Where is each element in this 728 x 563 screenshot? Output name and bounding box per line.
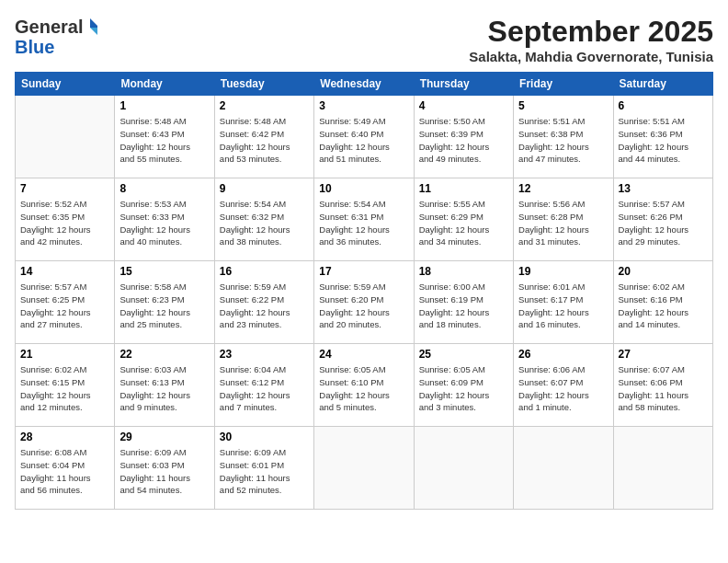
day-info: Sunrise: 5:54 AM Sunset: 6:32 PM Dayligh…	[220, 198, 309, 248]
calendar-week-row: 28Sunrise: 6:08 AM Sunset: 6:04 PM Dayli…	[16, 427, 713, 510]
day-info: Sunrise: 6:07 AM Sunset: 6:06 PM Dayligh…	[619, 363, 708, 414]
day-info: Sunrise: 6:01 AM Sunset: 6:17 PM Dayligh…	[518, 281, 608, 331]
day-info: Sunrise: 5:48 AM Sunset: 6:42 PM Dayligh…	[220, 115, 309, 166]
day-number: 24	[319, 348, 408, 361]
weekday-header: Monday	[115, 73, 214, 96]
day-number: 19	[518, 265, 608, 278]
location-title: Salakta, Mahdia Governorate, Tunisia	[469, 49, 713, 64]
day-number: 9	[220, 182, 309, 195]
day-number: 23	[220, 348, 309, 361]
day-number: 10	[319, 182, 408, 195]
calendar-cell: 23Sunrise: 6:04 AM Sunset: 6:12 PM Dayli…	[214, 344, 313, 427]
day-info: Sunrise: 6:06 AM Sunset: 6:07 PM Dayligh…	[518, 363, 608, 414]
calendar-table: SundayMondayTuesdayWednesdayThursdayFrid…	[15, 72, 713, 510]
calendar-cell	[514, 427, 613, 510]
day-info: Sunrise: 6:05 AM Sunset: 6:09 PM Dayligh…	[419, 363, 508, 414]
day-info: Sunrise: 5:53 AM Sunset: 6:33 PM Dayligh…	[119, 198, 209, 248]
day-number: 14	[20, 265, 109, 278]
day-number: 2	[220, 99, 309, 112]
calendar-cell: 15Sunrise: 5:58 AM Sunset: 6:23 PM Dayli…	[115, 261, 214, 344]
day-info: Sunrise: 6:09 AM Sunset: 6:03 PM Dayligh…	[119, 446, 209, 497]
calendar-cell	[414, 427, 513, 510]
calendar-week-row: 1Sunrise: 5:48 AM Sunset: 6:43 PM Daylig…	[16, 96, 713, 178]
day-number: 25	[419, 348, 508, 361]
calendar-cell: 2Sunrise: 5:48 AM Sunset: 6:42 PM Daylig…	[214, 96, 313, 178]
calendar-cell: 1Sunrise: 5:48 AM Sunset: 6:43 PM Daylig…	[115, 96, 214, 178]
day-number: 8	[119, 182, 209, 195]
svg-text:General: General	[15, 17, 83, 37]
day-number: 18	[419, 265, 508, 278]
weekday-header: Tuesday	[214, 73, 313, 96]
calendar-cell: 8Sunrise: 5:53 AM Sunset: 6:33 PM Daylig…	[115, 178, 214, 261]
day-info: Sunrise: 5:51 AM Sunset: 6:36 PM Dayligh…	[619, 115, 708, 166]
calendar-cell: 30Sunrise: 6:09 AM Sunset: 6:01 PM Dayli…	[214, 427, 313, 510]
svg-marker-2	[90, 18, 97, 28]
day-number: 29	[119, 431, 209, 443]
day-info: Sunrise: 5:52 AM Sunset: 6:35 PM Dayligh…	[20, 198, 109, 248]
day-info: Sunrise: 6:09 AM Sunset: 6:01 PM Dayligh…	[220, 446, 309, 497]
calendar-cell: 16Sunrise: 5:59 AM Sunset: 6:22 PM Dayli…	[214, 261, 313, 344]
weekday-header: Wednesday	[314, 73, 414, 96]
day-info: Sunrise: 5:51 AM Sunset: 6:38 PM Dayligh…	[518, 115, 608, 166]
day-info: Sunrise: 5:49 AM Sunset: 6:40 PM Dayligh…	[319, 115, 408, 166]
calendar-cell: 18Sunrise: 6:00 AM Sunset: 6:19 PM Dayli…	[414, 261, 513, 344]
day-number: 5	[518, 99, 608, 112]
day-number: 12	[518, 182, 608, 195]
weekday-header: Saturday	[613, 73, 712, 96]
day-number: 22	[119, 348, 209, 361]
day-number: 27	[619, 348, 708, 361]
svg-marker-3	[90, 28, 97, 37]
calendar-cell: 5Sunrise: 5:51 AM Sunset: 6:38 PM Daylig…	[514, 96, 613, 178]
day-number: 30	[220, 431, 309, 443]
calendar-week-row: 21Sunrise: 6:02 AM Sunset: 6:15 PM Dayli…	[16, 344, 713, 427]
calendar-cell: 12Sunrise: 5:56 AM Sunset: 6:28 PM Dayli…	[514, 178, 613, 261]
day-number: 20	[619, 265, 708, 278]
weekday-header: Thursday	[414, 73, 513, 96]
calendar-cell: 10Sunrise: 5:54 AM Sunset: 6:31 PM Dayli…	[314, 178, 414, 261]
calendar-cell: 20Sunrise: 6:02 AM Sunset: 6:16 PM Dayli…	[613, 261, 712, 344]
calendar-cell: 27Sunrise: 6:07 AM Sunset: 6:06 PM Dayli…	[613, 344, 712, 427]
calendar-cell: 21Sunrise: 6:02 AM Sunset: 6:15 PM Dayli…	[16, 344, 115, 427]
day-info: Sunrise: 6:04 AM Sunset: 6:12 PM Dayligh…	[220, 363, 309, 414]
day-info: Sunrise: 6:03 AM Sunset: 6:13 PM Dayligh…	[119, 363, 209, 414]
calendar-cell: 17Sunrise: 5:59 AM Sunset: 6:20 PM Dayli…	[314, 261, 414, 344]
day-info: Sunrise: 6:00 AM Sunset: 6:19 PM Dayligh…	[419, 281, 508, 331]
day-number: 1	[119, 99, 209, 112]
day-info: Sunrise: 6:02 AM Sunset: 6:16 PM Dayligh…	[619, 281, 708, 331]
day-number: 7	[20, 182, 109, 195]
calendar-cell: 3Sunrise: 5:49 AM Sunset: 6:40 PM Daylig…	[314, 96, 414, 178]
day-info: Sunrise: 6:02 AM Sunset: 6:15 PM Dayligh…	[20, 363, 109, 414]
calendar-cell: 26Sunrise: 6:06 AM Sunset: 6:07 PM Dayli…	[514, 344, 613, 427]
day-info: Sunrise: 5:56 AM Sunset: 6:28 PM Dayligh…	[518, 198, 608, 248]
day-number: 16	[220, 265, 309, 278]
calendar-header-row: SundayMondayTuesdayWednesdayThursdayFrid…	[16, 73, 713, 96]
logo: General Blue	[15, 15, 97, 61]
calendar-cell: 11Sunrise: 5:55 AM Sunset: 6:29 PM Dayli…	[414, 178, 513, 261]
page-header: General Blue September 2025 Salakta, Mah…	[15, 15, 713, 64]
calendar-cell: 22Sunrise: 6:03 AM Sunset: 6:13 PM Dayli…	[115, 344, 214, 427]
day-info: Sunrise: 5:59 AM Sunset: 6:22 PM Dayligh…	[220, 281, 309, 331]
calendar-cell: 6Sunrise: 5:51 AM Sunset: 6:36 PM Daylig…	[613, 96, 712, 178]
logo-svg: General Blue	[15, 15, 97, 61]
day-number: 21	[20, 348, 109, 361]
day-info: Sunrise: 5:50 AM Sunset: 6:39 PM Dayligh…	[419, 115, 508, 166]
day-info: Sunrise: 6:05 AM Sunset: 6:10 PM Dayligh…	[319, 363, 408, 414]
day-number: 6	[619, 99, 708, 112]
calendar-cell: 25Sunrise: 6:05 AM Sunset: 6:09 PM Dayli…	[414, 344, 513, 427]
day-number: 3	[319, 99, 408, 112]
day-number: 13	[619, 182, 708, 195]
svg-text:Blue: Blue	[15, 37, 54, 57]
day-number: 4	[419, 99, 508, 112]
calendar-cell	[314, 427, 414, 510]
calendar-cell: 7Sunrise: 5:52 AM Sunset: 6:35 PM Daylig…	[16, 178, 115, 261]
day-info: Sunrise: 5:55 AM Sunset: 6:29 PM Dayligh…	[419, 198, 508, 248]
calendar-cell	[613, 427, 712, 510]
calendar-cell: 28Sunrise: 6:08 AM Sunset: 6:04 PM Dayli…	[16, 427, 115, 510]
calendar-cell: 4Sunrise: 5:50 AM Sunset: 6:39 PM Daylig…	[414, 96, 513, 178]
weekday-header: Sunday	[16, 73, 115, 96]
calendar-cell: 9Sunrise: 5:54 AM Sunset: 6:32 PM Daylig…	[214, 178, 313, 261]
day-info: Sunrise: 5:54 AM Sunset: 6:31 PM Dayligh…	[319, 198, 408, 248]
calendar-week-row: 14Sunrise: 5:57 AM Sunset: 6:25 PM Dayli…	[16, 261, 713, 344]
calendar-cell: 24Sunrise: 6:05 AM Sunset: 6:10 PM Dayli…	[314, 344, 414, 427]
day-number: 11	[419, 182, 508, 195]
